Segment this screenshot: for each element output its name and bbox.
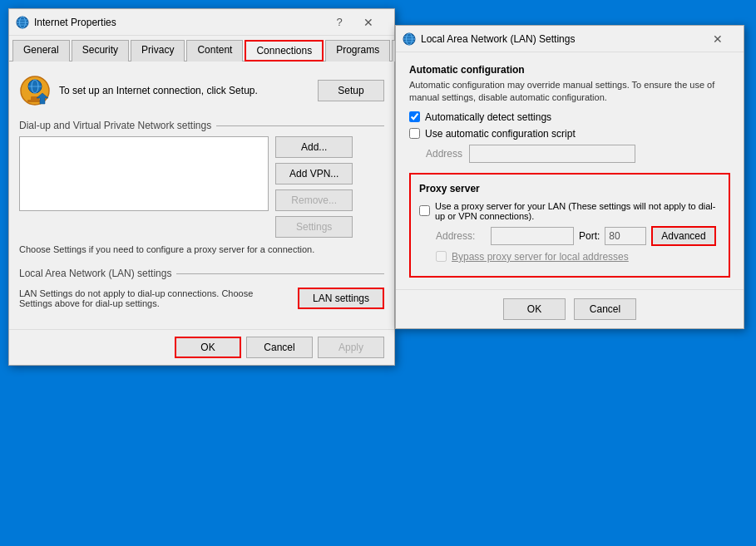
ok-button[interactable]: OK — [175, 337, 241, 358]
vpn-list — [19, 136, 269, 211]
tab-connections[interactable]: Connections — [245, 40, 324, 61]
lan-text: LAN Settings do not apply to dial-up con… — [19, 288, 288, 308]
remove-button[interactable]: Remove... — [275, 189, 353, 211]
vpn-buttons: Add... Add VPN... Remove... Settings — [275, 136, 353, 238]
apply-button[interactable]: Apply — [318, 337, 384, 358]
tab-programs[interactable]: Programs — [325, 40, 390, 61]
tab-security[interactable]: Security — [72, 40, 129, 61]
lan-dialog-content: Automatic configuration Automatic config… — [396, 52, 744, 289]
lan-dialog-title: Local Area Network (LAN) Settings — [421, 33, 575, 45]
internet-props-title: Internet Properties — [34, 17, 116, 28]
connections-tab-content: To set up an Internet connection, click … — [9, 61, 394, 322]
proxy-address-input[interactable] — [491, 227, 574, 245]
lan-ok-button[interactable]: OK — [503, 298, 566, 320]
vpn-section-label: Dial-up and Virtual Private Network sett… — [19, 120, 384, 131]
proxy-section-title: Proxy server — [419, 183, 720, 194]
auto-script-label: Use automatic configuration script — [425, 128, 576, 140]
auto-detect-row: Automatically detect settings — [409, 111, 730, 123]
address-label: Address — [426, 148, 462, 160]
auto-detect-label: Automatically detect settings — [425, 111, 551, 123]
auto-script-row: Use automatic configuration script — [409, 128, 730, 140]
tab-general[interactable]: General — [12, 40, 70, 61]
settings-button[interactable]: Settings — [275, 216, 353, 238]
internet-props-dialog: Internet Properties ? ✕ General Security… — [8, 8, 395, 366]
internet-props-icon — [16, 16, 29, 29]
lan-dialog-footer: OK Cancel — [396, 289, 744, 328]
proxy-addr-row: Address: Port: Advanced — [436, 226, 720, 246]
port-input[interactable] — [605, 227, 646, 245]
setup-globe-icon — [19, 75, 51, 106]
add-vpn-button[interactable]: Add VPN... — [275, 163, 353, 184]
bypass-checkbox[interactable] — [436, 251, 447, 262]
tab-privacy[interactable]: Privacy — [131, 40, 185, 61]
proxy-settings-text: Choose Settings if you need to configure… — [19, 244, 384, 254]
proxy-section: Proxy server Use a proxy server for your… — [409, 173, 730, 278]
vpn-list-area: Add... Add VPN... Remove... Settings — [19, 136, 384, 238]
bypass-label: Bypass proxy server for local addresses — [452, 251, 629, 263]
proxy-address-label: Address: — [436, 230, 486, 242]
lan-settings-dialog: Local Area Network (LAN) Settings ✕ Auto… — [395, 25, 744, 329]
cancel-button[interactable]: Cancel — [246, 337, 313, 358]
setup-text: To set up an Internet connection, click … — [59, 85, 309, 96]
proxy-use-label: Use a proxy server for your LAN (These s… — [435, 201, 720, 221]
add-button[interactable]: Add... — [275, 136, 353, 158]
lan-dialog-icon — [403, 32, 416, 46]
bypass-row: Bypass proxy server for local addresses — [436, 251, 720, 263]
tabs-bar: General Security Privacy Content Connect… — [9, 36, 394, 61]
port-label: Port: — [579, 230, 600, 242]
internet-props-titlebar: Internet Properties ? ✕ — [9, 9, 394, 36]
address-row: Address — [426, 145, 730, 163]
auto-config-title: Automatic configuration — [409, 64, 730, 76]
proxy-use-checkbox[interactable] — [419, 205, 430, 216]
internet-props-footer: OK Cancel Apply — [9, 329, 394, 365]
auto-detect-checkbox[interactable] — [409, 111, 420, 122]
auto-config-section: Automatic configuration Automatic config… — [409, 64, 730, 163]
proxy-checkbox-row: Use a proxy server for your LAN (These s… — [419, 201, 720, 221]
lan-close-button[interactable]: ✕ — [699, 31, 737, 47]
lan-dialog-titlebar: Local Area Network (LAN) Settings ✕ — [396, 26, 744, 52]
lan-settings-button[interactable]: LAN settings — [298, 288, 384, 309]
tab-content[interactable]: Content — [186, 40, 243, 61]
setup-button[interactable]: Setup — [318, 80, 384, 101]
address-input[interactable] — [469, 145, 635, 163]
setup-section: To set up an Internet connection, click … — [19, 71, 384, 110]
lan-section: Local Area Network (LAN) settings LAN Se… — [19, 268, 384, 312]
lan-section-label: Local Area Network (LAN) settings — [19, 268, 384, 279]
lan-cancel-button[interactable]: Cancel — [574, 298, 636, 320]
lan-content: LAN Settings do not apply to dial-up con… — [19, 284, 384, 312]
auto-config-desc: Automatic configuration may override man… — [409, 79, 730, 105]
close-button[interactable]: ✕ — [349, 14, 388, 31]
auto-script-checkbox[interactable] — [409, 128, 420, 139]
advanced-button[interactable]: Advanced — [651, 226, 715, 246]
help-button[interactable]: ? — [331, 14, 348, 31]
